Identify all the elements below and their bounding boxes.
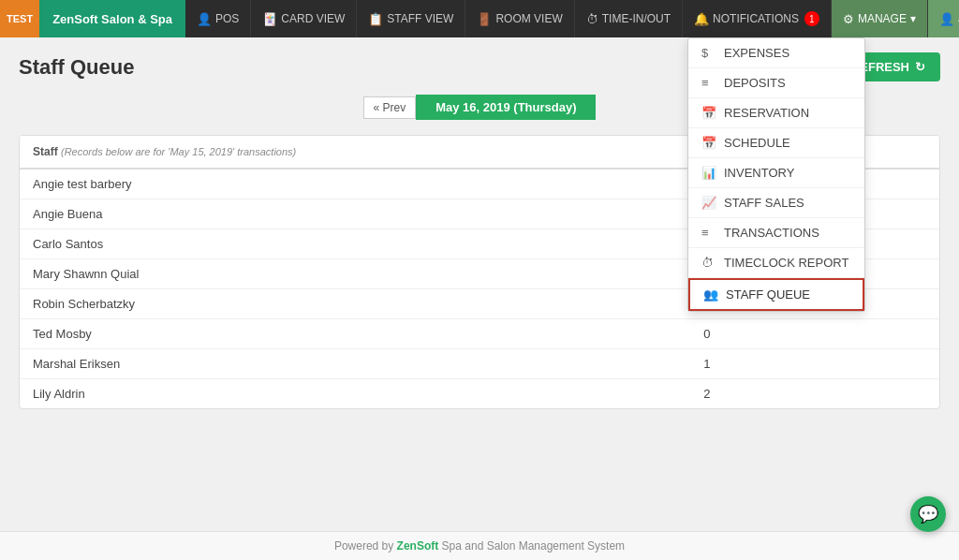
reservation-icon: 📅 (701, 106, 716, 120)
staff-queue-icon: 👥 (703, 287, 718, 302)
nav-room-view[interactable]: 🚪 ROOM VIEW (465, 0, 574, 37)
dropdown-schedule-label: SCHEDULE (724, 136, 790, 150)
inventory-icon: 📊 (701, 166, 716, 180)
nav-staff-view[interactable]: 📋 STAFF VIEW (357, 0, 465, 37)
nav-room-view-label: ROOM VIEW (495, 12, 562, 25)
dropdown-deposits-label: DEPOSITS (724, 76, 786, 90)
dropdown-transactions[interactable]: ≡ TRANSACTIONS (688, 218, 864, 248)
dropdown-inventory-label: INVENTORY (724, 166, 794, 180)
dropdown-staff-sales[interactable]: 📈 STAFF SALES (688, 188, 864, 218)
services-count-cell: 2 (690, 379, 939, 409)
col-staff-header: Staff (Records below are for 'May 15, 20… (20, 136, 690, 169)
nav-time-in-out-label: TIME-IN/OUT (602, 12, 671, 25)
dropdown-expenses-label: EXPENSES (724, 46, 789, 60)
dropdown-timeclock-report[interactable]: ⏱ TIMECLOCK REPORT (688, 248, 864, 278)
notification-badge: 1 (804, 11, 819, 26)
staff-name-cell: Ted Mosby (20, 319, 690, 349)
footer-text2: Spa and Salon Management System (438, 539, 625, 553)
dropdown-inventory[interactable]: 📊 INVENTORY (688, 158, 864, 188)
dropdown-expenses[interactable]: $ EXPENSES (688, 38, 864, 68)
manage-dropdown-icon: ▾ (910, 12, 916, 25)
footer: Powered by ZenSoft Spa and Salon Managem… (0, 531, 959, 560)
table-row: Ted Mosby 0 (20, 319, 939, 349)
user-icon: 👤 (939, 12, 954, 26)
dropdown-schedule[interactable]: 📅 SCHEDULE (688, 128, 864, 158)
dropdown-staff-sales-label: STAFF SALES (724, 196, 804, 210)
nav-user[interactable]: 👤 JUAN DELA CRUZ ▾ (928, 0, 959, 37)
staff-name-cell: Angie Buena (20, 199, 690, 229)
dropdown-timeclock-label: TIMECLOCK REPORT (724, 256, 848, 270)
manage-icon: ⚙ (843, 12, 854, 26)
dropdown-reservation-label: RESERVATION (724, 106, 809, 120)
test-badge: TEST (0, 0, 39, 37)
dropdown-deposits[interactable]: ≡ DEPOSITS (688, 68, 864, 98)
dropdown-staff-queue-label: STAFF QUEUE (726, 287, 810, 302)
brand-name: ZenSoft Salon & Spa (39, 0, 185, 37)
chat-icon: 💬 (918, 504, 938, 524)
dropdown-reservation[interactable]: 📅 RESERVATION (688, 98, 864, 128)
staff-name-cell: Mary Shawnn Quial (20, 259, 690, 289)
nav-notifications[interactable]: 🔔 NOTIFICATIONS 1 (683, 0, 832, 37)
timeclock-icon: ⏱ (701, 256, 716, 270)
room-view-icon: 🚪 (477, 12, 492, 26)
timeinout-icon: ⏱ (586, 12, 598, 26)
current-date-display: May 16, 2019 (Thursday) (416, 95, 596, 120)
staff-sales-icon: 📈 (701, 196, 716, 210)
nav-pos[interactable]: 👤 POS (185, 0, 251, 37)
nav-notifications-label: NOTIFICATIONS (713, 12, 799, 25)
nav-staff-view-label: STAFF VIEW (387, 12, 453, 25)
page-title: Staff Queue (19, 55, 134, 80)
dropdown-staff-queue[interactable]: 👥 STAFF QUEUE (688, 278, 864, 311)
nav-manage-label: MANAGE (858, 12, 907, 25)
chat-button[interactable]: 💬 (910, 496, 946, 532)
staff-name-cell: Robin Scherbatzky (20, 289, 690, 319)
services-count-cell: 1 (690, 349, 939, 379)
nav-items: 👤 POS 🃏 CARD VIEW 📋 STAFF VIEW 🚪 ROOM VI… (185, 0, 959, 37)
footer-brand: ZenSoft (397, 539, 439, 553)
nav-time-in-out[interactable]: ⏱ TIME-IN/OUT (575, 0, 683, 37)
prev-date-button[interactable]: « Prev (363, 96, 417, 119)
staff-view-icon: 📋 (368, 12, 383, 26)
staff-name-cell: Angie test barbery (20, 169, 690, 199)
services-count-cell: 0 (690, 319, 939, 349)
staff-name-cell: Lily Aldrin (20, 379, 690, 409)
schedule-icon: 📅 (701, 136, 716, 150)
card-view-icon: 🃏 (262, 12, 277, 26)
footer-text: Powered by (334, 539, 397, 553)
nav-card-view-label: CARD VIEW (281, 12, 345, 25)
expenses-icon: $ (701, 46, 716, 60)
table-row: Lily Aldrin 2 (20, 379, 939, 409)
deposits-icon: ≡ (701, 76, 716, 90)
staff-name-cell: Carlo Santos (20, 229, 690, 259)
staff-name-cell: Marshal Eriksen (20, 349, 690, 379)
nav-card-view[interactable]: 🃏 CARD VIEW (251, 0, 357, 37)
nav-pos-label: POS (215, 12, 239, 25)
col-staff-label: Staff (33, 145, 58, 158)
nav-manage[interactable]: ⚙ MANAGE ▾ (832, 0, 928, 37)
refresh-icon: ↻ (915, 60, 925, 74)
manage-dropdown-menu: $ EXPENSES ≡ DEPOSITS 📅 RESERVATION 📅 SC… (687, 37, 865, 312)
pos-icon: 👤 (197, 12, 212, 26)
transactions-icon: ≡ (701, 226, 716, 240)
dropdown-transactions-label: TRANSACTIONS (724, 226, 819, 240)
navbar: TEST ZenSoft Salon & Spa 👤 POS 🃏 CARD VI… (0, 0, 959, 37)
notifications-icon: 🔔 (694, 12, 709, 26)
table-row: Marshal Eriksen 1 (20, 349, 939, 379)
col-staff-note: (Records below are for 'May 15, 2019' tr… (61, 146, 296, 157)
